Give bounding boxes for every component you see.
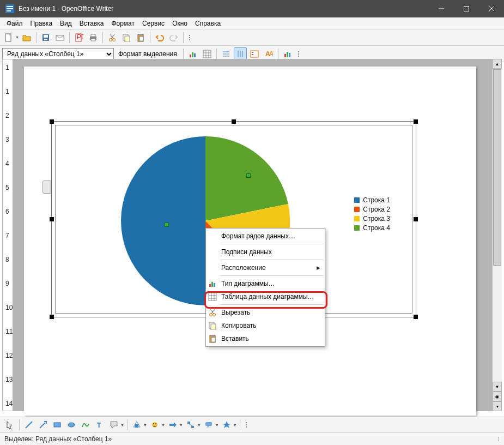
data-series-select[interactable]: Ряд данных «Столбец 1» [2, 48, 114, 60]
callouts-tool[interactable] [202, 418, 215, 431]
save-button[interactable] [39, 31, 52, 44]
ctx-data-labels[interactable]: Подписи данных [206, 245, 325, 258]
legend-item-row4[interactable]: Строка 4 [354, 224, 390, 232]
ctx-paste[interactable]: Вставить [206, 332, 325, 345]
toolbar2-overflow[interactable] [295, 47, 302, 61]
legend-item-row3[interactable]: Строка 3 [354, 215, 390, 222]
scroll-thumb[interactable] [493, 69, 501, 266]
ctx-format-data-series[interactable]: Формат рядов данных… [206, 230, 325, 243]
prev-page-button[interactable]: ◉ [493, 392, 502, 401]
rectangle-tool[interactable] [51, 418, 64, 431]
print-button[interactable] [87, 31, 100, 44]
flowchart-tool[interactable] [184, 418, 197, 431]
window-titlebar: Без имени 1 - OpenOffice Writer [0, 0, 504, 17]
svg-rect-57 [214, 283, 215, 287]
svg-rect-16 [91, 34, 95, 37]
resize-handle[interactable] [414, 217, 418, 221]
data-range-button[interactable] [201, 47, 214, 61]
ctx-arrangement[interactable]: Расположение▶ [206, 261, 325, 274]
undo-button[interactable] [153, 31, 166, 44]
drawing-overflow[interactable] [243, 418, 250, 431]
symbol-shapes-tool[interactable] [148, 418, 161, 431]
ctx-copy[interactable]: Копировать [206, 319, 325, 332]
series-selection-handle[interactable] [165, 222, 169, 227]
copy-button[interactable] [120, 31, 133, 44]
resize-grip[interactable]: ⁝ [497, 436, 500, 443]
menu-help[interactable]: Справка [192, 19, 224, 28]
export-pdf-button[interactable]: PDF [72, 31, 86, 44]
menu-view[interactable]: Вид [57, 19, 75, 28]
svg-rect-68 [211, 324, 216, 330]
ctx-chart-data-table[interactable]: Таблица данных диаграммы… [206, 290, 325, 303]
svg-rect-46 [252, 54, 253, 55]
chart-side-tab[interactable] [42, 181, 51, 194]
svg-line-83 [189, 424, 192, 426]
svg-point-53 [298, 53, 299, 55]
stars-tool[interactable] [220, 418, 233, 431]
svg-text:T: T [97, 422, 101, 429]
grid-v-button[interactable] [234, 47, 247, 61]
email-button[interactable] [53, 31, 66, 44]
resize-handle[interactable] [50, 217, 54, 221]
minimize-button[interactable] [429, 0, 454, 17]
resize-handle[interactable] [414, 315, 418, 319]
basic-shapes-tool[interactable] [130, 418, 143, 431]
redo-button[interactable] [167, 31, 180, 44]
menu-tools[interactable]: Сервис [139, 19, 168, 28]
block-arrows-tool[interactable] [166, 418, 179, 431]
standard-toolbar: ▼ PDF [0, 29, 504, 46]
scroll-up-button[interactable]: ▲ [493, 59, 502, 69]
pie-slice-row1[interactable] [121, 136, 205, 305]
new-button[interactable] [2, 31, 15, 44]
legend-button[interactable] [248, 47, 261, 61]
chart-type-button[interactable] [186, 47, 199, 61]
resize-handle[interactable] [50, 315, 54, 319]
callout-tool[interactable] [107, 418, 120, 431]
svg-rect-55 [209, 284, 211, 287]
select-tool[interactable] [3, 418, 16, 431]
legend-item-row2[interactable]: Строка 2 [354, 206, 390, 213]
next-page-button[interactable]: ▾ [493, 401, 502, 411]
arrow-tool[interactable] [37, 418, 50, 431]
series-selection-handle[interactable] [246, 173, 251, 178]
cut-button[interactable] [106, 31, 119, 44]
format-selection-label[interactable]: Формат выделения [118, 50, 177, 58]
chart-legend[interactable]: Строка 1 Строка 2 Строка 3 Строка 4 [354, 196, 390, 233]
svg-point-85 [246, 422, 247, 423]
ctx-cut[interactable]: Вырезать [206, 306, 325, 319]
svg-rect-31 [192, 52, 193, 57]
resize-handle[interactable] [232, 119, 236, 124]
vertical-scrollbar[interactable]: ▲ ▼ ◉ ▾ [492, 59, 502, 411]
svg-text:PDF: PDF [77, 33, 83, 41]
menu-insert[interactable]: Вставка [76, 19, 107, 28]
status-text: Выделен: Ряд данных «Столбец 1» [4, 435, 112, 443]
menu-edit[interactable]: Правка [27, 19, 56, 28]
svg-line-73 [40, 423, 45, 428]
paste-button[interactable] [134, 31, 147, 44]
text-tool[interactable]: T [93, 418, 106, 431]
grid-h-button[interactable] [220, 47, 233, 61]
maximize-button[interactable] [454, 0, 479, 17]
resize-handle[interactable] [414, 119, 418, 124]
line-tool[interactable] [22, 418, 35, 431]
scale-text-button[interactable]: AA [262, 47, 275, 61]
legend-swatch [354, 216, 360, 221]
chart-layout-button[interactable] [281, 47, 294, 61]
paste-icon [206, 334, 219, 343]
ellipse-tool[interactable] [65, 418, 78, 431]
drawing-toolbar: T ▼ ▼ ▼ ▼ ▼ ▼ ▼ [0, 417, 504, 433]
resize-handle[interactable] [50, 119, 54, 124]
freeform-tool[interactable] [79, 418, 92, 431]
scroll-down-button[interactable]: ▼ [493, 382, 502, 392]
menu-window[interactable]: Окно [169, 19, 191, 28]
status-bar: Выделен: Ряд данных «Столбец 1» ⁝ [0, 433, 504, 445]
menu-format[interactable]: Формат [108, 19, 138, 28]
legend-item-row1[interactable]: Строка 1 [354, 196, 390, 204]
open-button[interactable] [20, 31, 33, 44]
vertical-ruler[interactable]: 11234567891011121314 [2, 59, 13, 411]
new-dropdown[interactable]: ▼ [15, 35, 19, 39]
toolbar-overflow[interactable] [186, 31, 193, 44]
close-button[interactable] [479, 0, 504, 17]
menu-file[interactable]: Файл [3, 19, 26, 28]
ctx-chart-type[interactable]: Тип диаграммы… [206, 277, 325, 290]
